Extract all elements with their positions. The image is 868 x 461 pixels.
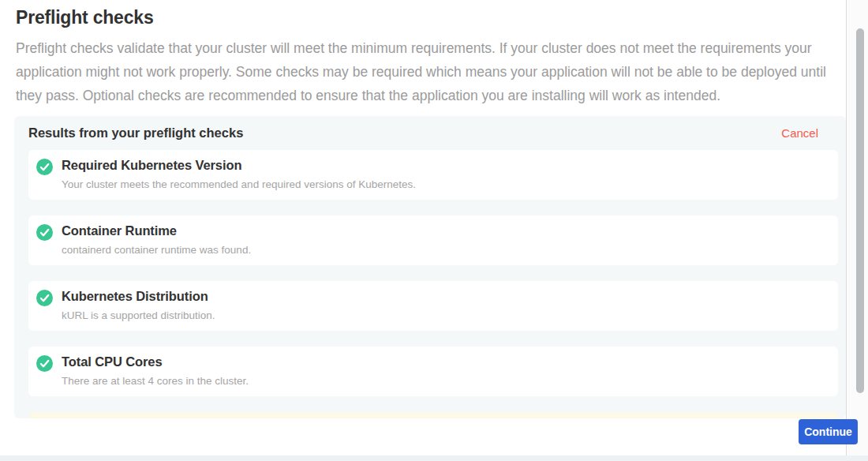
continue-button[interactable]: Continue: [799, 419, 858, 444]
check-message: There are at least 4 cores in the cluste…: [62, 375, 249, 387]
results-header-row: Results from your preflight checks Cance…: [14, 116, 846, 141]
check-title: Total CPU Cores: [62, 354, 249, 369]
scrollbar-thumb[interactable]: [856, 28, 864, 393]
check-result-item: Container Runtime containerd container r…: [28, 216, 838, 265]
bottom-edge-strip: [0, 455, 868, 461]
check-text: Container Runtime containerd container r…: [62, 223, 251, 256]
check-message: kURL is a supported distribution.: [62, 309, 215, 321]
check-result-item: Must have at least 3 nodes in the cluste…: [28, 412, 838, 418]
check-text: Total CPU Cores There are at least 4 cor…: [62, 354, 249, 387]
check-message: containerd container runtime was found.: [62, 244, 251, 256]
check-result-item: Required Kubernetes Version Your cluster…: [28, 150, 838, 200]
check-result-item: Kubernetes Distribution kURL is a suppor…: [28, 281, 838, 331]
check-list: Required Kubernetes Version Your cluster…: [14, 150, 846, 418]
preflight-results-panel: Results from your preflight checks Cance…: [14, 116, 846, 418]
check-title: Kubernetes Distribution: [62, 289, 215, 304]
check-pass-icon: [36, 290, 53, 306]
check-title: Required Kubernetes Version: [62, 158, 416, 173]
check-title: Container Runtime: [62, 223, 251, 238]
check-result-item: Total CPU Cores There are at least 4 cor…: [28, 347, 838, 396]
scrollbar-track[interactable]: [847, 0, 868, 455]
page-description: Preflight checks validate that your clus…: [16, 36, 829, 107]
check-text: Required Kubernetes Version Your cluster…: [62, 158, 416, 190]
check-pass-icon: [36, 355, 53, 372]
preflight-page: Preflight checks Preflight checks valida…: [0, 0, 847, 455]
check-pass-icon: [36, 224, 53, 241]
results-header-title: Results from your preflight checks: [28, 126, 243, 141]
check-message: Your cluster meets the recommended and r…: [62, 178, 416, 190]
cancel-link[interactable]: Cancel: [781, 126, 818, 140]
check-pass-icon: [36, 159, 53, 175]
check-text: Kubernetes Distribution kURL is a suppor…: [62, 289, 215, 321]
page-title: Preflight checks: [16, 7, 846, 28]
